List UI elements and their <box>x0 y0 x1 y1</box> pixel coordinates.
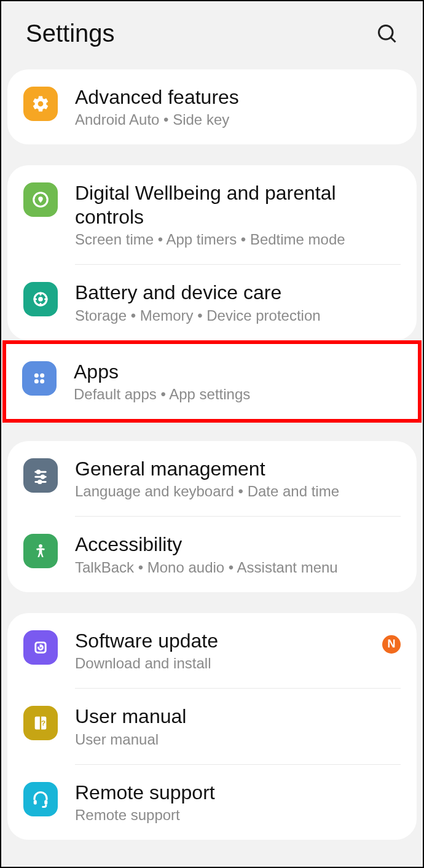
svg-point-12 <box>41 475 44 479</box>
settings-item-apps[interactable]: Apps Default apps • App settings <box>6 344 418 419</box>
settings-item-accessibility[interactable]: Accessibility TalkBack • Mono audio • As… <box>7 517 417 592</box>
page-title: Settings <box>26 20 115 47</box>
settings-group: Digital Wellbeing and parental controls … <box>7 165 417 340</box>
settings-group: General management Language and keyboard… <box>7 441 417 592</box>
item-subtitle: User manual <box>75 731 401 748</box>
device-care-icon <box>23 282 58 316</box>
svg-point-0 <box>379 25 393 39</box>
item-title: Apps <box>74 360 402 383</box>
settings-header: Settings <box>1 1 423 69</box>
manual-icon: ? <box>23 706 58 740</box>
settings-group-highlighted: Apps Default apps • App settings <box>2 340 422 423</box>
item-subtitle: Language and keyboard • Date and time <box>75 483 401 500</box>
svg-text:?: ? <box>41 719 45 727</box>
headset-icon <box>23 782 58 816</box>
svg-point-14 <box>39 480 42 483</box>
settings-item-digital-wellbeing[interactable]: Digital Wellbeing and parental controls … <box>7 165 417 264</box>
svg-point-8 <box>40 379 44 383</box>
settings-item-user-manual[interactable]: ? User manual User manual <box>7 689 417 764</box>
settings-group: Software update Download and install N ?… <box>7 613 417 840</box>
svg-line-1 <box>391 37 396 42</box>
svg-point-10 <box>37 471 40 474</box>
search-icon <box>376 23 398 45</box>
settings-item-advanced-features[interactable]: Advanced features Android Auto • Side ke… <box>7 69 417 144</box>
settings-group: Advanced features Android Auto • Side ke… <box>7 69 417 144</box>
gear-plus-icon <box>23 87 58 121</box>
svg-point-4 <box>38 297 43 302</box>
item-title: Battery and device care <box>75 281 401 304</box>
svg-point-6 <box>40 373 44 377</box>
item-title: Remote support <box>75 781 401 804</box>
item-subtitle: TalkBack • Mono audio • Assistant menu <box>75 559 401 576</box>
item-title: User manual <box>75 705 401 728</box>
item-subtitle: Screen time • App timers • Bedtime mode <box>75 231 401 248</box>
notification-badge: N <box>382 635 401 654</box>
svg-point-5 <box>34 373 39 377</box>
settings-item-remote-support[interactable]: Remote support Remote support <box>7 765 417 840</box>
apps-icon <box>22 361 57 396</box>
item-subtitle: Remote support <box>75 807 401 824</box>
item-subtitle: Default apps • App settings <box>74 386 402 403</box>
search-button[interactable] <box>374 20 401 47</box>
settings-item-battery-device-care[interactable]: Battery and device care Storage • Memory… <box>7 265 417 340</box>
item-title: General management <box>75 457 401 480</box>
settings-item-general-management[interactable]: General management Language and keyboard… <box>7 441 417 516</box>
item-title: Accessibility <box>75 533 401 556</box>
item-title: Advanced features <box>75 85 401 109</box>
settings-item-software-update[interactable]: Software update Download and install N <box>7 613 417 688</box>
item-title: Software update <box>75 629 365 652</box>
wellbeing-icon <box>23 182 58 217</box>
accessibility-icon <box>23 534 58 568</box>
item-subtitle: Storage • Memory • Device protection <box>75 307 401 324</box>
item-title: Digital Wellbeing and parental controls <box>75 181 401 229</box>
update-icon <box>23 630 58 665</box>
svg-point-15 <box>39 544 42 548</box>
sliders-icon <box>23 458 58 493</box>
svg-rect-18 <box>34 800 37 805</box>
svg-rect-19 <box>44 800 47 805</box>
item-subtitle: Android Auto • Side key <box>75 111 401 128</box>
item-subtitle: Download and install <box>75 655 365 672</box>
svg-point-7 <box>34 379 39 383</box>
